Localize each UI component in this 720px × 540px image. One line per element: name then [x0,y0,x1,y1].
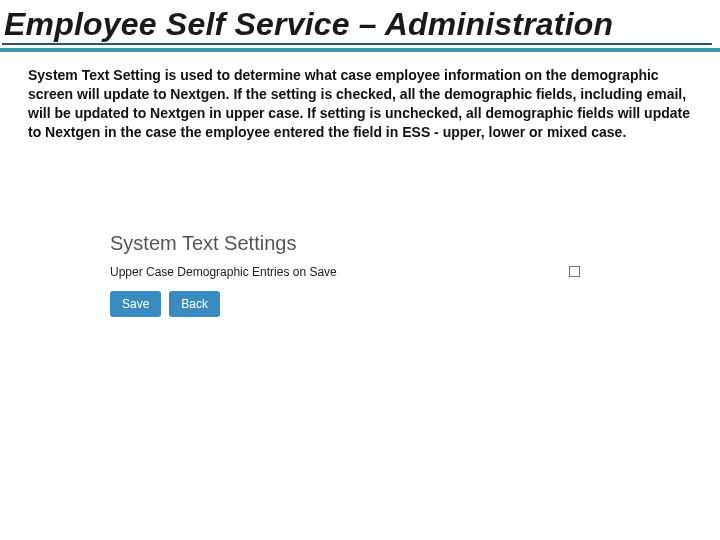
button-row: Save Back [110,291,590,317]
back-button[interactable]: Back [169,291,220,317]
setting-row: Upper Case Demographic Entries on Save [110,265,580,279]
system-text-settings-panel: System Text Settings Upper Case Demograp… [110,232,590,317]
page-title: Employee Self Service – Administration [0,0,720,48]
description-paragraph: System Text Setting is used to determine… [0,52,720,142]
title-banner: Employee Self Service – Administration [0,0,720,52]
settings-panel-wrap: System Text Settings Upper Case Demograp… [0,142,720,317]
panel-heading: System Text Settings [110,232,590,255]
setting-label: Upper Case Demographic Entries on Save [110,265,337,279]
uppercase-checkbox[interactable] [569,266,580,277]
title-underline [2,43,712,45]
save-button[interactable]: Save [110,291,161,317]
